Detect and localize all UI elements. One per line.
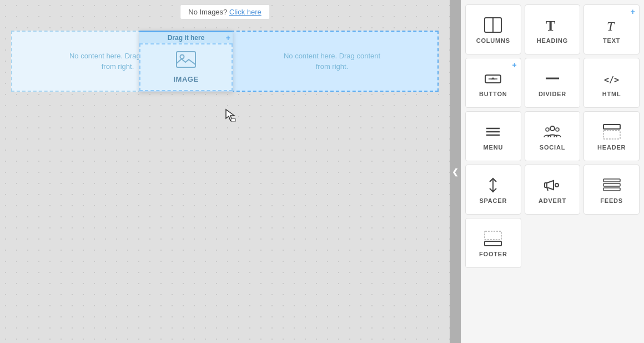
svg-point-1 [180, 55, 184, 59]
sidebar: COLUMNS T HEADING + T TEXT + [461, 0, 644, 343]
svg-rect-17 [603, 125, 620, 129]
svg-rect-26 [485, 241, 501, 246]
svg-rect-20 [545, 183, 547, 187]
image-drag-icon [176, 51, 196, 72]
feeds-icon [603, 177, 621, 193]
svg-text:T: T [546, 18, 555, 33]
canvas-area: No Images? Click here No content here. D… [0, 0, 450, 343]
col2-placeholder: No content here. Drag contentfrom right. [284, 51, 380, 72]
feeds-label: FEEDS [600, 197, 623, 204]
menu-label: MENU [484, 144, 504, 151]
footer-icon [484, 231, 502, 246]
drag-tooltip-plus[interactable]: + [226, 33, 230, 42]
heading-label: HEADING [537, 37, 568, 44]
sidebar-toggle[interactable]: ❮ [450, 0, 461, 343]
divider-icon [544, 71, 561, 86]
svg-text:T: T [607, 19, 615, 33]
heading-icon: T [544, 17, 561, 33]
advert-icon [544, 177, 561, 193]
divider-label: DIVIDER [539, 91, 566, 97]
advert-label: ADVERT [539, 197, 566, 204]
social-label: SOCIAL [540, 144, 565, 151]
widget-text[interactable]: + T TEXT [583, 4, 640, 54]
spacer-label: SPACER [479, 197, 507, 204]
menu-icon [484, 124, 502, 140]
svg-rect-25 [485, 231, 501, 240]
widget-heading[interactable]: T HEADING [525, 4, 581, 54]
widget-header[interactable]: HEADER [583, 111, 640, 161]
svg-text:</>: </> [604, 75, 619, 85]
columns-icon [484, 17, 502, 33]
spacer-icon [484, 177, 502, 193]
text-icon: T [603, 17, 621, 33]
widget-divider[interactable]: DIVIDER [525, 58, 581, 108]
drag-tooltip-header: Drag it here + [139, 32, 233, 43]
svg-rect-0 [177, 52, 195, 67]
toggle-arrow-icon: ❮ [452, 167, 459, 176]
social-icon [544, 124, 561, 140]
widgets-grid: COLUMNS T HEADING + T TEXT + [465, 4, 640, 268]
widget-spacer[interactable]: SPACER [465, 165, 521, 215]
drag-tooltip: Drag it here + IMAGE [139, 31, 233, 92]
button-plus[interactable]: + [512, 61, 516, 69]
svg-rect-23 [603, 183, 620, 186]
button-icon [484, 71, 502, 86]
button-label: BUTTON [479, 91, 507, 97]
click-here-link[interactable]: Click here [229, 8, 261, 16]
html-label: HTML [602, 91, 621, 97]
footer-label: FOOTER [479, 251, 507, 257]
svg-point-15 [546, 128, 549, 131]
drag-tooltip-body[interactable]: IMAGE [139, 43, 233, 91]
svg-rect-18 [603, 131, 620, 139]
widget-feeds[interactable]: FEEDS [583, 165, 640, 215]
svg-rect-24 [603, 188, 620, 191]
widget-html[interactable]: </> HTML [583, 58, 640, 108]
no-images-bar: No Images? Click here [180, 4, 270, 19]
svg-point-14 [550, 126, 555, 131]
widget-footer[interactable]: FOOTER [465, 218, 521, 268]
header-icon [603, 124, 621, 140]
columns-label: COLUMNS [476, 37, 510, 44]
widget-button[interactable]: + BUTTON [465, 58, 521, 108]
text-plus[interactable]: + [631, 8, 635, 16]
widget-advert[interactable]: ADVERT [525, 165, 581, 215]
svg-rect-22 [603, 179, 620, 182]
widget-social[interactable]: SOCIAL [525, 111, 581, 161]
no-images-text: No Images? [188, 8, 227, 16]
widget-columns[interactable]: COLUMNS [465, 4, 521, 54]
column-block-2[interactable]: No content here. Drag contentfrom right. [225, 31, 439, 92]
drag-tooltip-label: IMAGE [173, 75, 198, 83]
svg-point-21 [555, 183, 559, 187]
svg-rect-2 [231, 118, 235, 122]
widget-menu[interactable]: MENU [465, 111, 521, 161]
html-icon: </> [603, 71, 621, 86]
header-label: HEADER [597, 144, 626, 151]
cursor-indicator [225, 108, 236, 122]
svg-point-16 [556, 128, 559, 131]
text-label: TEXT [603, 37, 620, 44]
